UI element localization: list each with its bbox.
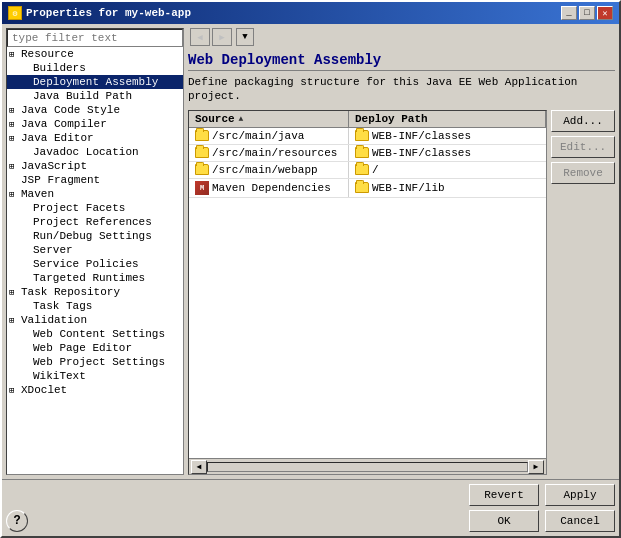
sidebar-item-label: Builders [33, 62, 86, 74]
folder-icon [195, 130, 209, 141]
minimize-button[interactable]: _ [561, 6, 577, 20]
source-value: /src/main/resources [212, 147, 337, 159]
content-area: Source ▲ Deploy Path /src/main/javaWEB-I… [188, 110, 615, 475]
sidebar-item-server[interactable]: Server [7, 243, 183, 257]
sidebar-item-java-compiler[interactable]: ⊞Java Compiler [7, 117, 183, 131]
sidebar-item-maven[interactable]: ⊞Maven [7, 187, 183, 201]
sidebar-item-web-page-editor[interactable]: Web Page Editor [7, 341, 183, 355]
panel-description: Define packaging structure for this Java… [188, 75, 615, 104]
expander-icon: ⊞ [9, 287, 21, 298]
expander-icon: ⊞ [9, 385, 21, 396]
scroll-right-button[interactable]: ▶ [528, 460, 544, 474]
sidebar-item-label: Resource [21, 48, 74, 60]
cancel-button[interactable]: Cancel [545, 510, 615, 532]
folder-icon [195, 164, 209, 175]
sidebar-item-web-content-settings[interactable]: Web Content Settings [7, 327, 183, 341]
sidebar-item-label: WikiText [33, 370, 86, 382]
sidebar-item-javascript[interactable]: ⊞JavaScript [7, 159, 183, 173]
back-button[interactable]: ◀ [190, 28, 210, 46]
deploy-value: WEB-INF/lib [372, 182, 445, 194]
sidebar-item-project-references[interactable]: Project References [7, 215, 183, 229]
nav-area: ◀ ▶ ▼ [188, 28, 615, 46]
sidebar-item-javadoc-location[interactable]: Javadoc Location [7, 145, 183, 159]
sidebar-item-wikitext[interactable]: WikiText [7, 369, 183, 383]
folder-icon [355, 164, 369, 175]
edit-button[interactable]: Edit... [551, 136, 615, 158]
revert-apply-row: Revert Apply [6, 484, 615, 506]
ok-button[interactable]: OK [469, 510, 539, 532]
sidebar-item-label: Web Page Editor [33, 342, 132, 354]
sidebar-item-project-facets[interactable]: Project Facets [7, 201, 183, 215]
sidebar-item-label: Web Project Settings [33, 356, 165, 368]
sidebar-item-java-editor[interactable]: ⊞Java Editor [7, 131, 183, 145]
table-container: Source ▲ Deploy Path /src/main/javaWEB-I… [188, 110, 547, 475]
deploy-cell-3: WEB-INF/lib [349, 179, 546, 197]
sidebar-item-label: Maven [21, 188, 54, 200]
sidebar-item-xdoclet[interactable]: ⊞XDoclet [7, 383, 183, 397]
maximize-button[interactable]: □ [579, 6, 595, 20]
sidebar-item-label: Project Facets [33, 202, 125, 214]
main-area: ⊞Resource Builders Deployment Assembly J… [2, 24, 619, 479]
tree-container: ⊞Resource Builders Deployment Assembly J… [7, 47, 183, 397]
sidebar-item-label: Java Editor [21, 132, 94, 144]
sidebar-item-label: Validation [21, 314, 87, 326]
source-cell-3: MMaven Dependencies [189, 179, 349, 197]
filter-input[interactable] [7, 29, 183, 47]
help-button[interactable]: ? [6, 510, 28, 532]
scrollbar-track[interactable] [207, 462, 528, 472]
right-panel: ◀ ▶ ▼ Web Deployment Assembly Define pac… [184, 24, 619, 479]
sidebar-item-deployment-assembly[interactable]: Deployment Assembly [7, 75, 183, 89]
sidebar-item-label: JavaScript [21, 160, 87, 172]
sidebar-item-web-project-settings[interactable]: Web Project Settings [7, 355, 183, 369]
right-buttons: Add... Edit... Remove [551, 110, 615, 475]
sidebar-item-label: Project References [33, 216, 152, 228]
source-cell-2: /src/main/webapp [189, 162, 349, 178]
maven-icon: M [195, 181, 209, 195]
close-button[interactable]: ✕ [597, 6, 613, 20]
deploy-value: WEB-INF/classes [372, 130, 471, 142]
folder-icon [355, 147, 369, 158]
deploy-cell-1: WEB-INF/classes [349, 145, 546, 161]
forward-button[interactable]: ▶ [212, 28, 232, 46]
deploy-cell-2: / [349, 162, 546, 178]
folder-icon [355, 130, 369, 141]
sort-arrow-icon: ▲ [239, 114, 244, 123]
sidebar-item-service-policies[interactable]: Service Policies [7, 257, 183, 271]
sidebar-item-validation[interactable]: ⊞Validation [7, 313, 183, 327]
scroll-left-button[interactable]: ◀ [191, 460, 207, 474]
nav-dropdown-button[interactable]: ▼ [236, 28, 254, 46]
table-row[interactable]: MMaven DependenciesWEB-INF/lib [189, 179, 546, 198]
source-cell-1: /src/main/resources [189, 145, 349, 161]
apply-button[interactable]: Apply [545, 484, 615, 506]
source-cell-0: /src/main/java [189, 128, 349, 144]
window-title: Properties for my-web-app [26, 7, 191, 19]
sidebar-item-jsp-fragment[interactable]: JSP Fragment [7, 173, 183, 187]
remove-button[interactable]: Remove [551, 162, 615, 184]
sidebar: ⊞Resource Builders Deployment Assembly J… [6, 28, 184, 475]
sidebar-item-targeted-runtimes[interactable]: Targeted Runtimes [7, 271, 183, 285]
sidebar-item-java-code-style[interactable]: ⊞Java Code Style [7, 103, 183, 117]
deploy-value: / [372, 164, 379, 176]
revert-button[interactable]: Revert [469, 484, 539, 506]
sidebar-item-task-tags[interactable]: Task Tags [7, 299, 183, 313]
expander-icon: ⊞ [9, 105, 21, 116]
table-row[interactable]: /src/main/resourcesWEB-INF/classes [189, 145, 546, 162]
title-buttons: _ □ ✕ [561, 6, 613, 20]
sidebar-item-label: JSP Fragment [21, 174, 100, 186]
sidebar-item-builders[interactable]: Builders [7, 61, 183, 75]
table-row[interactable]: /src/main/javaWEB-INF/classes [189, 128, 546, 145]
sidebar-item-task-repository[interactable]: ⊞Task Repository [7, 285, 183, 299]
expander-icon: ⊞ [9, 315, 21, 326]
sidebar-item-resource[interactable]: ⊞Resource [7, 47, 183, 61]
sidebar-item-java-build-path[interactable]: Java Build Path [7, 89, 183, 103]
source-column-header: Source ▲ [189, 111, 349, 127]
expander-icon: ⊞ [9, 133, 21, 144]
expander-icon: ⊞ [9, 161, 21, 172]
folder-icon [355, 182, 369, 193]
table-row[interactable]: /src/main/webapp/ [189, 162, 546, 179]
add-button[interactable]: Add... [551, 110, 615, 132]
title-bar-left: ⚙ Properties for my-web-app [8, 6, 191, 20]
sidebar-item-label: Run/Debug Settings [33, 230, 152, 242]
deploy-cell-0: WEB-INF/classes [349, 128, 546, 144]
sidebar-item-run-debug-settings[interactable]: Run/Debug Settings [7, 229, 183, 243]
